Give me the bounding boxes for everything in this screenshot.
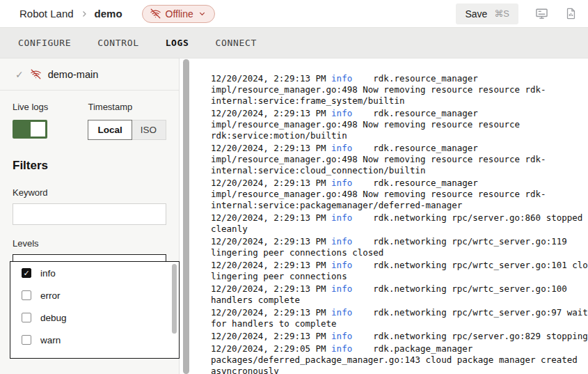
tab-label: CONFIGURE [18,38,71,48]
log-time: 12/20/2024, 2:29:13 PM [211,143,331,153]
tab-logs[interactable]: LOGS [166,38,189,48]
log-pane: 12/20/2024, 2:29:13 PM info rdk.resource… [190,59,588,374]
save-button-label: Save [465,8,487,20]
level-checkbox[interactable] [22,335,31,345]
level-option-error[interactable]: error [10,284,179,306]
log-level: info [331,212,352,223]
log-controls: Live logs Timestamp Local ISO [0,91,179,140]
log-level: info [331,143,352,153]
filters-title: Filters [13,159,166,173]
levels-dropdown: ✓ info error debug warn [10,261,180,359]
level-checkbox[interactable] [22,290,31,300]
check-icon: ✓ [15,69,24,80]
log-entry: 12/20/2024, 2:29:13 PM info rdk.networki… [211,307,588,329]
log-level: info [331,260,352,270]
log-level: info [331,307,352,318]
level-option-label: info [40,268,56,279]
log-time: 12/20/2024, 2:29:13 PM [211,331,331,341]
levels-label: Levels [13,238,166,249]
log-time: 12/20/2024, 2:29:13 PM [211,73,331,84]
part-selector[interactable]: ✓ demo-main [0,59,179,91]
wifi-off-icon [31,69,41,79]
tab-label: CONTROL [97,38,138,48]
log-time: 12/20/2024, 2:29:13 PM [211,260,331,270]
log-entry: 12/20/2024, 2:29:13 PM info rdk.resource… [211,73,588,107]
machine-status-badge[interactable]: Offline [142,5,215,23]
tab-connect[interactable]: CONNECT [216,38,257,48]
level-option-debug[interactable]: debug [10,306,179,329]
level-checkbox[interactable]: ✓ [22,268,31,278]
monitor-icon[interactable] [535,7,548,20]
tab-label: LOGS [166,38,189,48]
breadcrumb-current: demo [95,8,122,20]
live-logs-label: Live logs [13,102,88,112]
wifi-off-icon [150,8,161,19]
log-entry: 12/20/2024, 2:29:05 PM info rdk.package_… [211,343,588,374]
log-entry: 12/20/2024, 2:29:13 PM info rdk.resource… [211,143,588,176]
log-entry: 12/20/2024, 2:29:13 PM info rdk.networki… [211,212,588,235]
dropdown-scrollbar[interactable] [172,264,177,334]
log-time: 12/20/2024, 2:29:13 PM [211,108,331,118]
log-time: 12/20/2024, 2:29:13 PM [211,307,331,318]
log-file-icon[interactable] [565,8,577,20]
save-button[interactable]: Save ⌘S [456,3,518,24]
filters-section: Filters Keyword Levels [0,140,179,276]
level-checkbox[interactable] [22,313,31,322]
tab-control[interactable]: CONTROL [97,38,138,48]
keyword-label: Keyword [13,187,166,198]
save-shortcut: ⌘S [494,8,509,19]
log-time: 12/20/2024, 2:29:05 PM [211,343,331,354]
segment-local[interactable]: Local [88,120,132,140]
log-level: info [331,283,352,294]
log-time: 12/20/2024, 2:29:13 PM [211,236,331,247]
top-bar: Robot Land demo Offline Save ⌘S [0,0,588,27]
breadcrumb: Robot Land demo [19,8,122,20]
log-entry: 12/20/2024, 2:29:13 PM info rdk.networki… [211,260,588,282]
level-option-label: warn [40,335,61,345]
main-scrollbar[interactable] [183,59,189,374]
level-option-info[interactable]: ✓ info [10,262,179,284]
log-level: info [331,236,352,247]
log-entry: 12/20/2024, 2:29:13 PM info rdk.networki… [211,331,588,342]
level-option-label: error [40,290,61,301]
live-logs-toggle[interactable] [13,120,47,139]
log-entry: 12/20/2024, 2:29:13 PM info rdk.resource… [211,178,588,211]
log-level: info [331,108,352,118]
breadcrumb-root[interactable]: Robot Land [19,8,74,20]
chevron-down-icon [198,10,206,17]
segment-iso[interactable]: ISO [132,120,166,139]
keyword-input[interactable] [13,203,166,225]
log-time: 12/20/2024, 2:29:13 PM [211,283,331,294]
log-level: info [331,178,352,188]
chevron-right-icon [80,10,88,18]
level-option-warn[interactable]: warn [10,329,179,351]
tab-configure[interactable]: CONFIGURE [18,38,71,48]
log-entry: 12/20/2024, 2:29:13 PM info rdk.networki… [211,236,588,258]
part-name: demo-main [48,69,99,80]
log-level: info [331,73,352,84]
toggle-handle [31,122,45,137]
timestamp-segmented: Local ISO [88,120,166,140]
tab-bar: CONFIGURECONTROLLOGSCONNECT [0,27,588,59]
level-option-label: debug [40,313,67,323]
log-level: info [331,331,352,341]
log-entry: 12/20/2024, 2:29:13 PM info rdk.networki… [211,283,588,306]
log-time: 12/20/2024, 2:29:13 PM [211,178,331,188]
log-time: 12/20/2024, 2:29:13 PM [211,212,331,223]
log-entry: 12/20/2024, 2:29:13 PM info rdk.resource… [211,108,588,141]
log-message: rdk.networking rpc/server.go:829 stoppin… [352,331,588,341]
tab-label: CONNECT [216,38,257,48]
status-badge-label: Offline [166,8,193,20]
log-level: info [331,343,352,354]
timestamp-label: Timestamp [88,102,166,112]
